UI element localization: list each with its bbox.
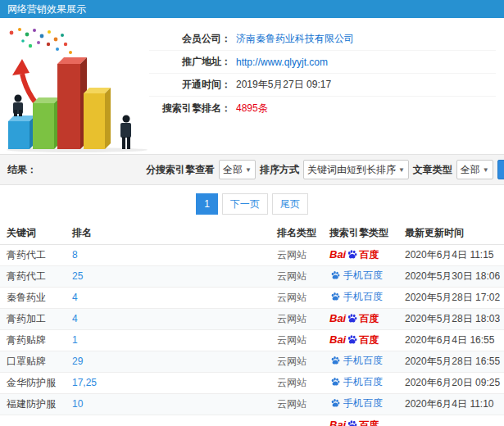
baidu-mobile-logo: 手机百度: [329, 377, 383, 387]
promo-url-link[interactable]: http://www.qlyyjt.com: [236, 57, 328, 68]
update-time-cell: 2020年5月28日 18:03: [402, 308, 504, 329]
header-engine-type: 搜索引擎类型: [326, 223, 402, 244]
results-table: 关键词 排名 排名类型 搜索引擎类型 最新更新时间 膏药代工 8 云网站 Bai…: [0, 223, 504, 426]
update-time-cell: 2020年5月28日 16:55: [402, 351, 504, 372]
engine-cell: Bai 百度 手机百度: [326, 415, 402, 426]
engine-cell: Bai 百度 手机百度: [326, 351, 402, 372]
update-time-cell: 2020年6月4日 11:10: [402, 393, 504, 415]
last-page-button[interactable]: 尾页: [272, 193, 308, 215]
sort-filter-select[interactable]: 关键词由短到长排序 ▼: [303, 160, 409, 179]
pagination: 1 下一页 尾页: [0, 185, 504, 223]
chevron-down-icon: ▼: [245, 166, 252, 174]
baidu-mobile-logo: 手机百度: [329, 270, 383, 280]
table-row: 金华防护服 17,25 云网站 Bai 百度 手机百度 2020年6月20日 0…: [0, 372, 504, 393]
table-header: 关键词 排名 排名类型 搜索引擎类型 最新更新时间: [0, 223, 504, 244]
rank-link[interactable]: 1: [69, 329, 274, 351]
info-row-url: 推广地址： http://www.qlyyjt.com: [149, 51, 496, 74]
page-button-1[interactable]: 1: [196, 193, 218, 215]
baidu-paw-icon: [347, 419, 357, 426]
table-row: 秦鲁药业 4 云网站 Bai 百度 手机百度 2020年5月28日 17:02: [0, 287, 504, 308]
rank-count-unit: 条: [258, 102, 268, 114]
info-row-company: 会员公司： 济南秦鲁药业科技有限公司: [149, 28, 496, 51]
table-row: Bai 百度 手机百度: [0, 415, 504, 426]
engine-cell: Bai 百度 手机百度: [326, 329, 402, 351]
update-time-cell: 2020年6月4日 16:55: [402, 329, 504, 351]
mobile-baidu-paw-icon: [330, 292, 340, 301]
chevron-down-icon: ▼: [483, 166, 489, 174]
open-time-value: 2019年5月27日 09:17: [236, 78, 331, 92]
mobile-baidu-paw-icon: [330, 398, 340, 408]
engine-cell: Bai 百度 手机百度: [326, 265, 402, 287]
rank-link[interactable]: 4: [69, 308, 274, 329]
mobile-baidu-paw-icon: [330, 356, 340, 365]
keyword-cell: 秦鲁药业: [0, 287, 69, 308]
update-time-cell: 2020年6月20日 09:25: [402, 372, 504, 393]
rank-type-cell: 云网站: [274, 351, 326, 372]
baidu-pc-logo: Bai 百度: [329, 334, 379, 345]
rank-link[interactable]: 4: [69, 287, 274, 308]
open-time-label: 开通时间：: [149, 78, 231, 92]
rank-type-cell: 云网站: [274, 308, 326, 329]
header-update-time: 最新更新时间: [402, 223, 504, 244]
next-page-button[interactable]: 下一页: [222, 193, 268, 215]
engine-cell: Bai 百度 手机百度: [326, 244, 402, 265]
company-label: 会员公司：: [149, 32, 231, 46]
table-row: 膏药加工 4 云网站 Bai 百度 手机百度 2020年5月28日 18:03: [0, 308, 504, 329]
rank-type-cell: 云网站: [274, 393, 326, 415]
mobile-baidu-paw-icon: [330, 377, 340, 387]
rank-count-value: 4895条: [236, 102, 268, 116]
keyword-cell: [0, 415, 69, 426]
engine-filter-select[interactable]: 全部 ▼: [219, 160, 256, 179]
article-type-select[interactable]: 全部 ▼: [456, 160, 493, 179]
rank-link[interactable]: 8: [69, 244, 274, 265]
header-keyword: 关键词: [0, 223, 69, 244]
table-row: 膏药代工 8 云网站 Bai 百度 手机百度 2020年6月4日 11:15: [0, 244, 504, 265]
keyword-cell: 膏药代工: [0, 244, 69, 265]
rank-count-label: 搜索引擎排名：: [149, 102, 231, 116]
baidu-mobile-logo: 手机百度: [329, 398, 383, 408]
rank-type-cell: 云网站: [274, 372, 326, 393]
member-info-section: 会员公司： 济南秦鲁药业科技有限公司 推广地址： http://www.qlyy…: [0, 18, 504, 154]
submit-button[interactable]: 提交: [497, 160, 504, 179]
promo-url-label: 推广地址：: [149, 55, 231, 69]
marketing-chart-illustration: [0, 18, 149, 154]
baidu-paw-icon: [347, 313, 357, 324]
baidu-pc-logo: Bai 百度: [329, 313, 379, 324]
title-bar: 网络营销效果展示: [0, 0, 504, 18]
keyword-cell: 膏药贴牌: [0, 329, 69, 351]
result-section-label: 结果：: [0, 163, 146, 177]
table-row: 膏药代工 25 云网站 Bai 百度 手机百度 2020年5月30日 18:06: [0, 265, 504, 287]
engine-cell: Bai 百度 手机百度: [326, 287, 402, 308]
keyword-cell: 膏药代工: [0, 265, 69, 287]
mobile-baidu-paw-icon: [330, 270, 340, 280]
keyword-cell: 金华防护服: [0, 372, 69, 393]
baidu-pc-logo: Bai 百度: [329, 419, 379, 426]
company-link[interactable]: 济南秦鲁药业科技有限公司: [236, 32, 354, 46]
rank-link[interactable]: 10: [69, 393, 274, 415]
rank-type-cell: 云网站: [274, 244, 326, 265]
engine-cell: Bai 百度 手机百度: [326, 393, 402, 415]
keyword-cell: 福建防护服: [0, 393, 69, 415]
baidu-pc-logo: Bai 百度: [329, 249, 379, 260]
keyword-cell: 膏药加工: [0, 308, 69, 329]
update-time-cell: 2020年5月28日 17:02: [402, 287, 504, 308]
baidu-paw-icon: [347, 334, 357, 345]
rank-link[interactable]: 17,25: [69, 372, 274, 393]
engine-cell: Bai 百度 手机百度: [326, 372, 402, 393]
rank-link[interactable]: [69, 415, 274, 426]
rank-link[interactable]: 29: [69, 351, 274, 372]
table-row: 口罩贴牌 29 云网站 Bai 百度 手机百度 2020年5月28日 16:55: [0, 351, 504, 372]
rank-type-cell: 云网站: [274, 329, 326, 351]
info-row-open-time: 开通时间： 2019年5月27日 09:17: [149, 74, 496, 97]
update-time-cell: 2020年5月30日 18:06: [402, 265, 504, 287]
rank-link[interactable]: 25: [69, 265, 274, 287]
sort-filter-label: 排序方式: [260, 163, 299, 177]
table-body: 膏药代工 8 云网站 Bai 百度 手机百度 2020年6月4日 11:15 膏…: [0, 244, 504, 426]
rank-type-cell: 云网站: [274, 287, 326, 308]
member-info-list: 会员公司： 济南秦鲁药业科技有限公司 推广地址： http://www.qlyy…: [149, 18, 504, 154]
rank-type-cell: 云网站: [274, 265, 326, 287]
article-type-label: 文章类型: [413, 163, 452, 177]
update-time-cell: [402, 415, 504, 426]
update-time-cell: 2020年6月4日 11:15: [402, 244, 504, 265]
info-row-rank-count: 搜索引擎排名： 4895条: [149, 97, 496, 120]
